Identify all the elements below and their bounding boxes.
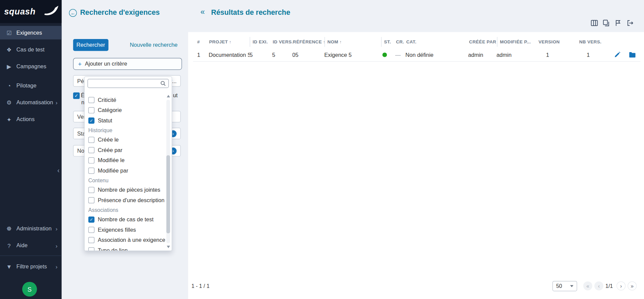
criteria-picker-dropdown: Criticité Catégorie Statut Historique Cr…	[84, 76, 172, 251]
pagination-last-button[interactable]: »	[628, 282, 637, 291]
extend-search-checkbox[interactable]: ✓	[73, 92, 80, 99]
sidebar-divider	[0, 256, 62, 256]
sidebar-item-label: Aide	[16, 242, 28, 249]
sidebar-item-campagnes[interactable]: ▶ Campagnes	[0, 60, 62, 73]
duplicate-icon[interactable]	[602, 19, 610, 27]
back-arrow-icon: ←	[70, 10, 75, 16]
table-row[interactable]: 1 Documentation S... 5 5 05 Exigence 5 —…	[193, 48, 640, 62]
sidebar-collapse-toggle[interactable]: ‹	[58, 167, 60, 174]
sidebar-item-label: Exigences	[16, 30, 42, 36]
picker-option-statut[interactable]: Statut	[88, 115, 166, 126]
sidebar-item-label: Cas de test	[16, 46, 44, 52]
columns-icon[interactable]	[590, 19, 598, 27]
add-criterion-label: Ajouter un critère	[85, 61, 127, 67]
new-search-link[interactable]: Nouvelle recherche	[130, 42, 178, 48]
col-index[interactable]: #	[193, 37, 209, 47]
sidebar-item-exigences[interactable]: ☑ Exigences	[0, 26, 62, 39]
picker-option-type-de-lien[interactable]: Type de lien	[88, 245, 166, 251]
picker-group-contenu: Contenu	[88, 176, 166, 185]
cell-statut	[381, 52, 395, 57]
page-title: Recherche d'exigences	[80, 8, 160, 17]
picker-option-modifiee-par[interactable]: Modifiée par	[88, 165, 166, 176]
scroll-down-icon[interactable]	[167, 246, 170, 248]
sort-asc-icon: ↑	[229, 40, 231, 44]
chevron-down-icon	[570, 285, 573, 287]
page-size-value: 50	[556, 283, 562, 289]
checkbox-icon	[88, 237, 94, 243]
picker-option-exigences-filles[interactable]: Exigences filles	[88, 225, 166, 235]
page-size-select[interactable]: 50	[553, 281, 577, 291]
user-avatar[interactable]: S	[22, 282, 37, 297]
picker-option-pieces-jointes[interactable]: Nombre de pièces jointes	[88, 185, 166, 195]
picker-option-criticite[interactable]: Criticité	[88, 95, 166, 105]
picker-search-input[interactable]	[87, 79, 169, 88]
sidebar-item-administration[interactable]: ☸ Administration ›	[0, 222, 62, 235]
cell-modifiee-par: admin	[496, 51, 537, 58]
picker-option-nombre-cas-de-test[interactable]: Nombre de cas de test	[88, 215, 166, 225]
folder-icon[interactable]	[629, 51, 636, 58]
col-categorie[interactable]: CAT.	[406, 37, 469, 47]
sidebar-nav: ☑ Exigences ❖ Cas de test ▶ Campagnes ◔ …	[0, 26, 62, 129]
cell-version: 1	[537, 51, 578, 58]
sidebar-item-filtre-projets[interactable]: ▼ Filtre projets ›	[0, 260, 62, 273]
picker-option-association-exigence[interactable]: Association à une exigence ...	[88, 235, 166, 246]
results-toolbar	[590, 19, 634, 27]
results-panel	[188, 32, 644, 299]
administration-icon: ☸	[5, 225, 13, 232]
search-button[interactable]: Rechercher	[73, 39, 108, 51]
col-criticite[interactable]: CR.	[395, 37, 406, 47]
checkbox-icon	[88, 247, 94, 251]
project-filter-icon: ▼	[5, 263, 13, 270]
sidebar-item-pilotage[interactable]: ◔ Pilotage	[0, 79, 62, 92]
plus-icon: +	[78, 61, 82, 68]
col-projet[interactable]: PROJET↑	[209, 37, 250, 47]
scrollbar-thumb[interactable]	[166, 155, 170, 233]
sidebar-item-automatisation[interactable]: ⚙ Automatisation ›	[0, 96, 62, 109]
sidebar-item-aide[interactable]: ? Aide ›	[0, 239, 62, 252]
checkbox-checked-icon	[88, 117, 94, 123]
picker-option-description[interactable]: Présence d'une description	[88, 195, 166, 205]
pagination-first-button[interactable]: «	[583, 282, 592, 291]
back-button[interactable]: ←	[69, 9, 77, 17]
edit-pencil-icon[interactable]	[614, 51, 621, 58]
cell-criticite: —	[395, 51, 405, 58]
pagination-prev-button[interactable]: ‹	[594, 282, 603, 291]
col-nb-vers[interactable]: NB VERS.	[579, 37, 615, 47]
col-version[interactable]: VERSION	[538, 37, 579, 47]
add-criterion-button[interactable]: + Ajouter un critère	[73, 58, 182, 70]
col-id-exi[interactable]: ID EXI.	[250, 37, 272, 47]
flag-icon[interactable]	[614, 19, 622, 27]
scroll-up-icon[interactable]	[167, 95, 170, 97]
col-modifiee-par[interactable]: MODIFIÉE P...	[497, 37, 538, 47]
checkbox-checked-icon	[88, 217, 94, 223]
col-id-vers[interactable]: ID VERS.	[272, 37, 293, 47]
checkbox-icon	[88, 107, 94, 113]
picker-option-modifiee-le[interactable]: Modifiée le	[88, 155, 166, 166]
sidebar: squash ☑ Exigences ❖ Cas de test ▶ Campa…	[0, 0, 62, 299]
picker-option-creee-par[interactable]: Créée par	[88, 145, 166, 155]
collapse-results-icon[interactable]: «	[200, 7, 205, 16]
picker-option-creee-le[interactable]: Créée le	[88, 135, 166, 145]
squash-logo: squash	[0, 0, 62, 23]
picker-option-categorie[interactable]: Catégorie	[88, 105, 166, 116]
sidebar-item-cas-de-test[interactable]: ❖ Cas de test	[0, 43, 62, 56]
picker-scrollbar	[166, 95, 171, 248]
col-nom[interactable]: NOM↑	[325, 37, 381, 47]
sidebar-item-label: Actions	[16, 116, 35, 122]
results-title: Résultats de recherche	[211, 8, 290, 17]
col-creee-par[interactable]: CRÉÉE PAR	[469, 37, 497, 47]
cell-id-exi: 5	[250, 51, 272, 58]
export-icon[interactable]	[626, 19, 634, 27]
checkbox-icon	[88, 147, 94, 153]
col-statut[interactable]: ST.	[381, 37, 395, 47]
cell-projet: Documentation S...	[209, 51, 250, 58]
pagination-next-button[interactable]: ›	[616, 282, 626, 291]
sidebar-item-actions[interactable]: ✦ Actions	[0, 113, 62, 126]
scrollbar-track[interactable]	[166, 100, 170, 243]
pagination-summary: 1 - 1 / 1	[191, 283, 210, 289]
test-cases-icon: ❖	[5, 46, 13, 53]
cell-nb-vers: 1	[578, 51, 614, 58]
col-reference[interactable]: RÉFÉRENCE↑	[293, 37, 325, 47]
picker-group-historique: Historique	[88, 126, 166, 135]
cell-id-vers: 5	[272, 51, 292, 58]
